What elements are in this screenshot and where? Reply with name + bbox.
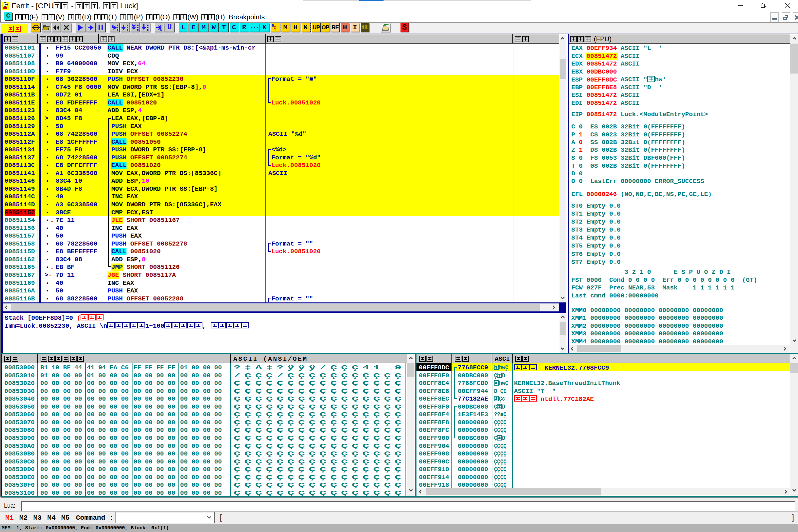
- svg-text:E: E: [275, 28, 277, 32]
